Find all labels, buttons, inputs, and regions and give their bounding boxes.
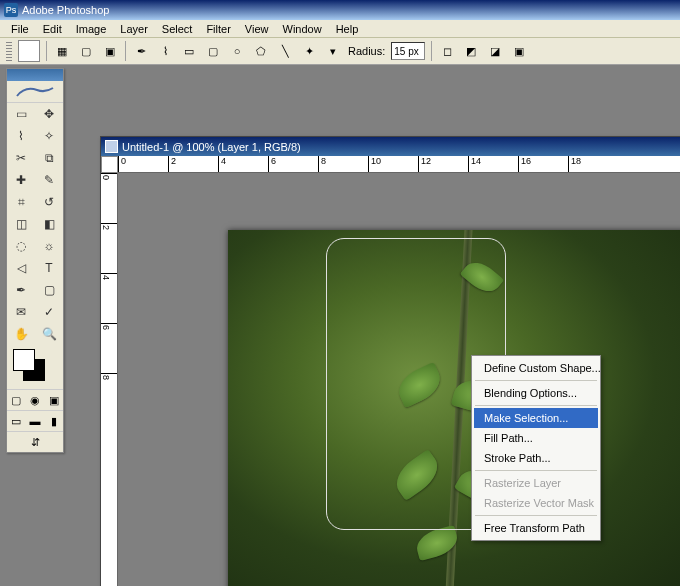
separator — [125, 41, 126, 61]
current-tool-icon[interactable] — [18, 40, 40, 62]
ruler-tick: 8 — [318, 156, 368, 172]
app-title: Adobe Photoshop — [22, 4, 109, 16]
separator — [475, 515, 597, 516]
toolbox-logo — [7, 81, 63, 103]
ctx-make-selection[interactable]: Make Selection... — [474, 408, 598, 428]
screen-menubar-icon[interactable]: ▬ — [26, 411, 45, 431]
heal-tool[interactable]: ✚ — [7, 169, 35, 191]
combine-new-icon[interactable]: ◻ — [438, 42, 456, 60]
screen-mode-icon[interactable]: ▣ — [44, 390, 63, 410]
ctx-blending-options[interactable]: Blending Options... — [474, 383, 598, 403]
zoom-tool[interactable]: 🔍 — [35, 323, 63, 345]
ruler-tick: 0 — [101, 173, 117, 223]
menu-layer[interactable]: Layer — [113, 21, 155, 37]
crop-tool[interactable]: ✂ — [7, 147, 35, 169]
plant-leaf — [388, 449, 445, 501]
mode-row-2: ▭ ▬ ▮ — [7, 410, 63, 431]
ruler-tick: 6 — [101, 323, 117, 373]
document-titlebar[interactable]: Untitled-1 @ 100% (Layer 1, RGB/8) — [101, 137, 680, 156]
gradient-tool[interactable]: ◧ — [35, 213, 63, 235]
document-title: Untitled-1 @ 100% (Layer 1, RGB/8) — [122, 141, 301, 153]
pen-tool[interactable]: ✒ — [7, 279, 35, 301]
menu-image[interactable]: Image — [69, 21, 114, 37]
lasso-tool[interactable]: ⌇ — [7, 125, 35, 147]
screen-full-icon[interactable]: ▮ — [44, 411, 63, 431]
shape-tool[interactable]: ▢ — [35, 279, 63, 301]
combine-subtract-icon[interactable]: ◪ — [486, 42, 504, 60]
toolbox[interactable]: ▭ ✥ ⌇ ✧ ✂ ⧉ ✚ ✎ ⌗ ↺ ◫ ◧ ◌ ☼ ◁ T ✒ ▢ ✉ ✓ … — [6, 68, 64, 453]
ruler-horizontal[interactable]: 0 2 4 6 8 10 12 14 16 18 — [118, 156, 680, 173]
ctx-rasterize-vector-mask: Rasterize Vector Mask — [474, 493, 598, 513]
quickmask-mode-icon[interactable]: ◉ — [26, 390, 45, 410]
separator — [475, 470, 597, 471]
combine-intersect-icon[interactable]: ▣ — [510, 42, 528, 60]
screen-std-icon[interactable]: ▭ — [7, 411, 26, 431]
app-icon: Ps — [4, 3, 18, 17]
custom-shape-icon[interactable]: ✦ — [300, 42, 318, 60]
ruler-tick: 10 — [368, 156, 418, 172]
ctx-stroke-path[interactable]: Stroke Path... — [474, 448, 598, 468]
shape-options-chevron-icon[interactable]: ▾ — [324, 42, 342, 60]
tool-grid: ▭ ✥ ⌇ ✧ ✂ ⧉ ✚ ✎ ⌗ ↺ ◫ ◧ ◌ ☼ ◁ T ✒ ▢ ✉ ✓ … — [7, 103, 63, 345]
menu-select[interactable]: Select — [155, 21, 200, 37]
standard-mode-icon[interactable]: ▢ — [7, 390, 26, 410]
eraser-tool[interactable]: ◫ — [7, 213, 35, 235]
paths-icon[interactable]: ▢ — [77, 42, 95, 60]
brush-tool[interactable]: ✎ — [35, 169, 63, 191]
foreground-color[interactable] — [13, 349, 35, 371]
notes-tool[interactable]: ✉ — [7, 301, 35, 323]
move-tool[interactable]: ✥ — [35, 103, 63, 125]
options-grip[interactable] — [6, 41, 12, 61]
ellipse-shape-icon[interactable]: ○ — [228, 42, 246, 60]
ctx-fill-path[interactable]: Fill Path... — [474, 428, 598, 448]
radius-input[interactable] — [391, 42, 425, 60]
history-brush-tool[interactable]: ↺ — [35, 191, 63, 213]
separator — [475, 405, 597, 406]
ruler-tick: 0 — [118, 156, 168, 172]
fill-pixels-icon[interactable]: ▣ — [101, 42, 119, 60]
blur-tool[interactable]: ◌ — [7, 235, 35, 257]
ruler-tick: 6 — [268, 156, 318, 172]
menu-view[interactable]: View — [238, 21, 276, 37]
ruler-tick: 2 — [168, 156, 218, 172]
rect-shape-icon[interactable]: ▭ — [180, 42, 198, 60]
combine-add-icon[interactable]: ◩ — [462, 42, 480, 60]
radius-label: Radius: — [348, 45, 385, 57]
canvas[interactable] — [228, 230, 680, 586]
ctx-rasterize-layer: Rasterize Layer — [474, 473, 598, 493]
ruler-tick: 12 — [418, 156, 468, 172]
menu-window[interactable]: Window — [276, 21, 329, 37]
shape-layers-icon[interactable]: ▦ — [53, 42, 71, 60]
ruler-tick: 2 — [101, 223, 117, 273]
hand-tool[interactable]: ✋ — [7, 323, 35, 345]
ruler-tick: 18 — [568, 156, 618, 172]
menu-help[interactable]: Help — [329, 21, 366, 37]
dodge-tool[interactable]: ☼ — [35, 235, 63, 257]
stamp-tool[interactable]: ⌗ — [7, 191, 35, 213]
color-swatches — [11, 349, 59, 385]
marquee-tool[interactable]: ▭ — [7, 103, 35, 125]
ruler-tick: 16 — [518, 156, 568, 172]
ctx-define-custom-shape[interactable]: Define Custom Shape... — [474, 358, 598, 378]
type-tool[interactable]: T — [35, 257, 63, 279]
pen-icon[interactable]: ✒ — [132, 42, 150, 60]
menu-edit[interactable]: Edit — [36, 21, 69, 37]
path-select-tool[interactable]: ◁ — [7, 257, 35, 279]
menu-file[interactable]: File — [4, 21, 36, 37]
polygon-shape-icon[interactable]: ⬠ — [252, 42, 270, 60]
jump-to-icon[interactable]: ⇵ — [7, 432, 63, 452]
image-content — [228, 230, 680, 586]
menu-filter[interactable]: Filter — [199, 21, 237, 37]
freeform-pen-icon[interactable]: ⌇ — [156, 42, 174, 60]
rounded-rect-shape-icon[interactable]: ▢ — [204, 42, 222, 60]
line-shape-icon[interactable]: ╲ — [276, 42, 294, 60]
mode-row-1: ▢ ◉ ▣ — [7, 389, 63, 410]
context-menu: Define Custom Shape... Blending Options.… — [471, 355, 601, 541]
ruler-vertical[interactable]: 0 2 4 6 8 — [101, 173, 118, 586]
slice-tool[interactable]: ⧉ — [35, 147, 63, 169]
toolbox-titlebar[interactable] — [7, 69, 63, 81]
plant-leaf — [393, 362, 446, 408]
eyedropper-tool[interactable]: ✓ — [35, 301, 63, 323]
ctx-free-transform-path[interactable]: Free Transform Path — [474, 518, 598, 538]
wand-tool[interactable]: ✧ — [35, 125, 63, 147]
